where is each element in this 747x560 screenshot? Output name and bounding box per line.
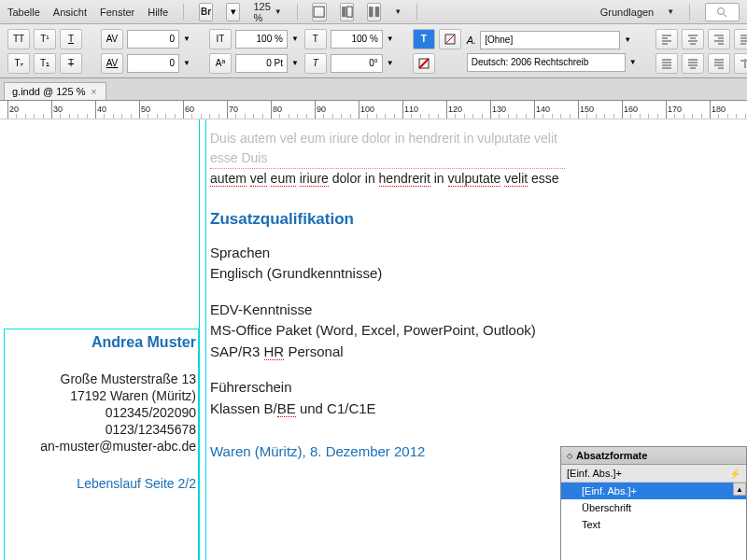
- workspace-selector[interactable]: Grundlagen: [600, 7, 655, 18]
- small-caps-button[interactable]: Tᵣ: [7, 53, 30, 74]
- align-center[interactable]: [682, 29, 704, 49]
- horizontal-ruler[interactable]: 2030405060708090100110120130140150160170…: [0, 101, 747, 119]
- close-icon[interactable]: ×: [91, 87, 96, 97]
- justify-all-right[interactable]: [708, 53, 730, 74]
- address-line2: 17192 Waren (Müritz): [9, 388, 196, 403]
- underline-button[interactable]: T: [60, 29, 82, 49]
- view-mode-1[interactable]: [312, 3, 326, 21]
- align-left[interactable]: [655, 29, 678, 49]
- lightning-icon[interactable]: ⚡: [729, 469, 740, 479]
- baseline-field[interactable]: 0 Pt: [235, 54, 288, 73]
- zoom-level[interactable]: 125 %: [253, 1, 270, 23]
- align-right[interactable]: [708, 29, 730, 49]
- panel-title: Absatzformate: [576, 450, 647, 461]
- lorem-line: autem vel eum iriure dolor in hendrerit …: [210, 169, 565, 189]
- column-guide[interactable]: [199, 119, 200, 560]
- style-item-selected[interactable]: [Einf. Abs.]+: [561, 483, 746, 499]
- align-spine[interactable]: [734, 53, 747, 74]
- page-indicator: Lebenslauf Seite 2/2: [9, 476, 196, 491]
- chevron-down-icon[interactable]: ▼: [394, 7, 402, 16]
- separator: [297, 4, 298, 21]
- superscript-button[interactable]: T¹: [34, 29, 56, 49]
- bridge-button[interactable]: Br: [199, 3, 213, 21]
- chevron-down-icon[interactable]: ▼: [291, 59, 299, 67]
- document-canvas[interactable]: Andrea Muster Große Musterstraße 13 1719…: [0, 119, 747, 560]
- dropdown-icon[interactable]: ▾: [226, 3, 240, 21]
- menubar: Tabelle Ansicht Fenster Hilfe Br ▾ 125 %…: [0, 0, 747, 24]
- chevron-down-icon[interactable]: ▼: [275, 7, 282, 16]
- chevron-down-icon[interactable]: ▼: [387, 35, 394, 43]
- vscale-icon: IT: [209, 29, 232, 49]
- svg-rect-4: [375, 7, 379, 17]
- overset-text: Duis autem vel eum iriure dolor in hendr…: [210, 129, 565, 169]
- chevron-down-icon[interactable]: ▼: [629, 58, 637, 66]
- justify-all-center[interactable]: [682, 53, 704, 74]
- scroll-up[interactable]: ▲: [733, 483, 746, 496]
- hscale-field[interactable]: 100 %: [331, 30, 383, 49]
- document-tab[interactable]: g.indd @ 125 % ×: [4, 82, 106, 100]
- chevron-down-icon[interactable]: ▼: [667, 7, 674, 16]
- chevron-icon[interactable]: ◇: [567, 452, 572, 460]
- style-item[interactable]: Überschrift: [561, 499, 746, 516]
- section-heading: Zusatzqualifikation: [210, 207, 565, 231]
- view-mode-2[interactable]: [340, 3, 354, 21]
- fill-color[interactable]: T: [413, 29, 435, 49]
- svg-rect-3: [369, 7, 373, 17]
- vscale-field[interactable]: 100 %: [235, 30, 288, 49]
- stroke-color[interactable]: [439, 29, 461, 49]
- separator: [689, 4, 690, 21]
- svg-line-10: [419, 59, 429, 68]
- menu-fenster[interactable]: Fenster: [100, 7, 134, 18]
- license-block: Führerschein Klassen B/BE und C1/C1E: [210, 377, 565, 419]
- svg-line-6: [724, 14, 726, 17]
- align-justify[interactable]: [734, 29, 747, 49]
- panel-titlebar[interactable]: ◇ Absatzformate: [561, 447, 746, 465]
- svg-rect-1: [342, 7, 345, 17]
- email: an-muster@muster-abc.de: [9, 439, 196, 454]
- svg-rect-2: [346, 7, 352, 17]
- phone-2: 0123/12345678: [9, 422, 196, 437]
- tracking-field[interactable]: 0: [127, 54, 179, 73]
- tab-title: g.indd @ 125 %: [12, 86, 85, 97]
- char-style-field[interactable]: [Ohne]: [480, 31, 620, 49]
- person-name: Andrea Muster: [9, 334, 196, 351]
- column-guide[interactable]: [205, 119, 206, 560]
- subscript-button[interactable]: T₁: [34, 53, 56, 74]
- chevron-down-icon[interactable]: ▼: [183, 59, 190, 67]
- main-text[interactable]: Duis autem vel eum iriure dolor in hendr…: [210, 129, 565, 463]
- phone-1: 012345/202090: [9, 405, 196, 420]
- control-panel: TT T¹ T Tᵣ T₁ T AV0▼ AV0▼ IT100 %▼ Aª0 P…: [0, 24, 747, 78]
- svg-point-5: [718, 7, 725, 14]
- document-tabs: g.indd @ 125 % ×: [0, 78, 747, 101]
- search-field[interactable]: [705, 3, 740, 21]
- menu-ansicht[interactable]: Ansicht: [53, 7, 87, 18]
- baseline-icon: Aª: [209, 53, 232, 74]
- menu-hilfe[interactable]: Hilfe: [148, 7, 168, 18]
- language-field[interactable]: Deutsch: 2006 Rechtschreib: [467, 53, 626, 72]
- edv-block: EDV-Kenntnisse MS-Office Paket (Word, Ex…: [210, 300, 565, 363]
- menu-tabelle[interactable]: Tabelle: [7, 7, 40, 18]
- chevron-down-icon[interactable]: ▼: [387, 59, 394, 67]
- languages-block: Sprachen Englisch (Grundkenntnisse): [210, 243, 565, 285]
- view-mode-3[interactable]: [367, 3, 381, 21]
- skew-field[interactable]: 0°: [331, 54, 383, 73]
- kerning-field[interactable]: 0: [127, 30, 179, 49]
- skew-icon: T: [304, 53, 327, 74]
- chevron-down-icon[interactable]: ▼: [183, 35, 190, 43]
- swap-colors[interactable]: [413, 53, 435, 74]
- kerning-icon: AV: [101, 29, 123, 49]
- strikethrough-button[interactable]: T: [60, 53, 82, 74]
- separator: [183, 4, 184, 21]
- svg-rect-0: [314, 7, 324, 17]
- hscale-icon: T: [304, 29, 327, 49]
- paragraph-styles-panel[interactable]: ◇ Absatzformate [Einf. Abs.]+ ⚡ [Einf. A…: [560, 446, 747, 560]
- tracking-icon: AV: [101, 53, 123, 74]
- svg-line-8: [445, 35, 455, 44]
- chevron-down-icon[interactable]: ▼: [291, 35, 299, 43]
- chevron-down-icon[interactable]: ▼: [624, 35, 631, 44]
- address-line1: Große Musterstraße 13: [9, 371, 196, 386]
- style-item[interactable]: Text: [561, 516, 746, 533]
- date-location: Waren (Müritz), 8. Dezember 2012: [210, 441, 565, 463]
- justify-all-left[interactable]: [655, 53, 678, 74]
- all-caps-button[interactable]: TT: [7, 29, 30, 49]
